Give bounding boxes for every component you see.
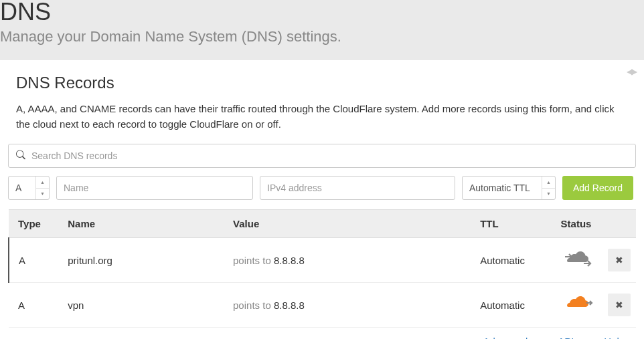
- chevron-down-icon[interactable]: ▼: [36, 189, 49, 200]
- record-type-stepper[interactable]: ▲ ▼: [35, 177, 49, 199]
- chevron-up-icon[interactable]: ▲: [36, 177, 49, 189]
- delete-record-button[interactable]: ✖: [608, 249, 631, 271]
- cell-type: A: [9, 238, 62, 283]
- page-subtitle: Manage your Domain Name System (DNS) set…: [0, 28, 644, 45]
- table-row: A vpn points to 8.8.8.8 Automatic ✖: [9, 283, 636, 328]
- cell-ttl[interactable]: Automatic: [475, 238, 555, 283]
- api-link[interactable]: API ▶: [558, 336, 582, 339]
- page-title: DNS: [0, 0, 644, 24]
- search-input[interactable]: [8, 144, 636, 168]
- th-value: Value: [228, 210, 475, 238]
- record-ttl-stepper[interactable]: ▲ ▼: [542, 177, 555, 199]
- add-record-button[interactable]: Add Record: [562, 176, 633, 200]
- value-target: 8.8.8.8: [274, 300, 305, 311]
- chevron-down-icon[interactable]: ▼: [542, 189, 555, 200]
- dns-records-card: ◀▶ DNS Records A, AAAA, and CNAME record…: [0, 60, 644, 339]
- value-prefix: points to: [233, 255, 274, 266]
- th-type: Type: [9, 210, 62, 238]
- value-target: 8.8.8.8: [274, 255, 305, 266]
- cell-name[interactable]: vpn: [62, 283, 228, 328]
- table-header-row: Type Name Value TTL Status: [9, 210, 636, 238]
- cell-name[interactable]: pritunl.org: [62, 238, 228, 283]
- panel-description: A, AAAA, and CNAME records can have thei…: [16, 102, 628, 132]
- drag-handle-icon[interactable]: ◀▶: [627, 67, 636, 76]
- value-prefix: points to: [233, 300, 274, 311]
- help-link[interactable]: Help ▶: [604, 336, 633, 339]
- cloud-toggle-off-icon[interactable]: [561, 249, 593, 269]
- search-icon: [16, 150, 25, 162]
- delete-record-button[interactable]: ✖: [608, 294, 631, 316]
- cloud-toggle-on-icon[interactable]: [561, 294, 593, 314]
- cell-type: A: [9, 283, 62, 328]
- th-name: Name: [62, 210, 228, 238]
- record-name-input[interactable]: [56, 176, 253, 200]
- th-status: Status: [556, 210, 636, 238]
- cell-value[interactable]: points to 8.8.8.8: [228, 238, 475, 283]
- cell-value[interactable]: points to 8.8.8.8: [228, 283, 475, 328]
- chevron-up-icon[interactable]: ▲: [542, 177, 555, 189]
- close-icon: ✖: [615, 300, 623, 310]
- panel-title: DNS Records: [16, 74, 628, 92]
- table-row: A pritunl.org points to 8.8.8.8 Automati…: [9, 238, 636, 283]
- panel-footer-links: Advanced ▶ API ▶ Help ▶: [8, 328, 636, 339]
- th-ttl: TTL: [475, 210, 555, 238]
- record-value-input[interactable]: [260, 176, 455, 200]
- cell-ttl[interactable]: Automatic: [475, 283, 555, 328]
- advanced-link[interactable]: Advanced ▶: [483, 336, 537, 339]
- close-icon: ✖: [615, 255, 623, 265]
